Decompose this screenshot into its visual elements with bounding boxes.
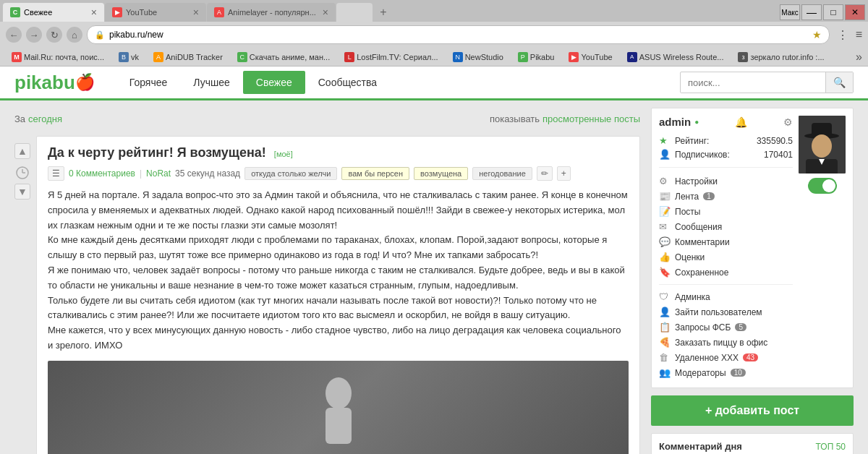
tab-favicon-youtube: ▶ — [112, 7, 122, 17]
browser-navbar: ← → ↻ ⌂ 🔒 ★ ⋮ ≡ — [0, 22, 868, 48]
add-post-button[interactable]: + добавить пост — [651, 395, 854, 426]
top50-link[interactable]: ТОП 50 — [816, 442, 846, 452]
bookmark-label-anime: Скачать аниме, ман... — [250, 53, 330, 61]
ratings-link[interactable]: 👍 Оценки — [659, 249, 793, 265]
toggle-switch[interactable] — [808, 178, 837, 194]
post-text: Я 5 дней на портале. Я задала вопрос-что… — [48, 188, 629, 354]
tab-close-animelayer[interactable]: × — [323, 7, 328, 18]
subscribers-row[interactable]: 👤 Подписчиков: 170401 — [659, 147, 793, 161]
edit-post-button[interactable]: ✏ — [537, 166, 553, 181]
upvote-button[interactable]: ▲ — [14, 143, 30, 159]
search-button[interactable]: 🔍 — [825, 72, 853, 93]
tab-fresh[interactable]: С Свежее × — [3, 3, 104, 22]
tab-title-youtube: YouTube — [126, 8, 187, 17]
comments-link[interactable]: 💬 Комментарии — [659, 234, 793, 249]
restore-button[interactable]: □ — [823, 4, 843, 20]
tag-1[interactable]: вам бы персен — [341, 167, 409, 180]
new-tab-button[interactable]: + — [373, 3, 393, 22]
fsb-requests-link[interactable]: 📋 Запросы ФСБ 5 — [659, 320, 793, 335]
tab-animelayer[interactable]: A Animelayer - популярн... × — [207, 3, 336, 22]
comments-link[interactable]: 0 Комментариев — [69, 168, 135, 179]
post-meta: ☰ 0 Комментариев | NoRat 35 секунд назад… — [48, 166, 629, 181]
nav-best[interactable]: Лучшее — [180, 71, 242, 94]
bookmark-vk[interactable]: B vk — [113, 51, 145, 64]
bookmark-star-icon[interactable]: ★ — [812, 29, 822, 40]
posts-link[interactable]: 📝 Посты — [659, 204, 793, 219]
reload-button[interactable]: ↻ — [46, 27, 62, 43]
bookmark-asus[interactable]: A ASUS Wireless Route... — [621, 51, 730, 64]
post-flag-button[interactable]: ☰ — [48, 166, 64, 181]
bookmark-newstudio[interactable]: N NewStudio — [447, 51, 509, 64]
maximize-button[interactable]: Макс — [780, 4, 800, 20]
bookmark-pikabu[interactable]: P Pikabu — [512, 51, 561, 64]
settings-icon[interactable]: ⚙ — [783, 116, 793, 128]
rating-row[interactable]: ★ Рейтинг: 335590.5 — [659, 134, 793, 147]
settings-link[interactable]: ⚙ Настройки — [659, 174, 793, 189]
home-button[interactable]: ⌂ — [67, 27, 82, 43]
nav-hot[interactable]: Горячее — [116, 71, 181, 94]
address-input[interactable] — [109, 30, 808, 40]
address-bar[interactable]: 🔒 ★ — [87, 25, 830, 44]
bookmarks-more-button[interactable]: » — [856, 51, 862, 64]
login-as-user-label: Зайти пользователем — [675, 307, 762, 317]
tab-close-fresh[interactable]: × — [91, 7, 97, 18]
bookmark-label-pikabu: Pikabu — [530, 53, 555, 61]
add-tag-button[interactable]: + — [557, 166, 571, 181]
tab-empty[interactable] — [336, 3, 373, 22]
post-mine-badge[interactable]: [моё] — [274, 150, 293, 158]
logo-text: pikabu — [14, 72, 75, 94]
forward-button[interactable]: → — [26, 27, 42, 43]
tab-title-animelayer: Animelayer - популярн... — [228, 8, 316, 17]
tag-3[interactable]: негодование — [472, 167, 532, 180]
messages-link-label: Сообщения — [675, 222, 722, 232]
saved-link[interactable]: 🔖 Сохраненное — [659, 265, 793, 280]
bookmark-icon-anidub: A — [153, 52, 163, 62]
bookmark-label-youtube: YouTube — [581, 53, 612, 61]
menu-icon[interactable]: ≡ — [856, 28, 862, 41]
deleted-link[interactable]: 🗑 Удаленное ХХХ 43 — [659, 350, 793, 365]
downvote-button[interactable]: ▼ — [14, 184, 30, 200]
tag-2[interactable]: возмущена — [414, 167, 468, 180]
bookmark-anime[interactable]: С Скачать аниме, ман... — [231, 51, 336, 64]
online-indicator: ● — [694, 118, 699, 126]
clock-icon — [16, 166, 29, 179]
post-image-content — [48, 361, 629, 454]
back-button[interactable]: ← — [6, 27, 22, 43]
moderators-link[interactable]: 👥 Модераторы 10 — [659, 365, 793, 380]
bookmark-mailru[interactable]: M Mail.Ru: почта, поис... — [6, 51, 110, 64]
bookmark-lostfilm[interactable]: L LostFilm.TV: Сериал... — [339, 51, 443, 64]
bookmark-icon-asus: A — [627, 52, 637, 62]
messages-link[interactable]: ✉ Сообщения — [659, 219, 793, 234]
period-prefix: За — [14, 113, 25, 124]
close-button[interactable]: ✕ — [845, 4, 865, 20]
feed-link[interactable]: 📰 Лента 1 — [659, 189, 793, 204]
nav-fresh[interactable]: Свежее — [243, 71, 305, 94]
bell-icon[interactable]: 🔔 — [735, 116, 747, 128]
minimize-button[interactable]: — — [801, 4, 822, 20]
saved-link-icon: 🔖 — [659, 267, 671, 278]
search-input[interactable] — [681, 73, 825, 93]
nav-communities[interactable]: Сообщества — [305, 71, 390, 94]
adminка-link[interactable]: 🛡 Админка — [659, 289, 793, 304]
tab-close-youtube[interactable]: × — [193, 7, 199, 18]
period-link[interactable]: сегодня — [28, 113, 62, 124]
sidebar-nav-links: ⚙ Настройки 📰 Лента 1 📝 Посты — [659, 167, 793, 280]
login-as-user-link[interactable]: 👤 Зайти пользователем — [659, 304, 793, 320]
messages-link-icon: ✉ — [659, 221, 671, 232]
site-logo[interactable]: pikabu 🍎 — [14, 72, 95, 94]
user-avatar — [799, 116, 846, 174]
user-header: admin ● 🔔 ⚙ — [659, 116, 793, 128]
bookmark-youtube[interactable]: ▶ YouTube — [563, 51, 618, 64]
tab-youtube[interactable]: ▶ YouTube × — [105, 3, 206, 22]
pizza-link[interactable]: 🍕 Заказать пиццу в офис — [659, 335, 793, 350]
bookmark-anidub[interactable]: A AniDUB Tracker — [148, 51, 229, 64]
show-viewed-link[interactable]: просмотренные посты — [542, 113, 640, 124]
author-link[interactable]: NoRat — [146, 168, 171, 179]
extensions-icon[interactable]: ⋮ — [837, 28, 848, 42]
bookmark-rutor[interactable]: з зеркало rutor.info :... — [732, 51, 830, 64]
post-title[interactable]: Да к черту рейтинг! Я возмущена! [моё] — [48, 145, 629, 160]
bookmark-label-asus: ASUS Wireless Route... — [639, 53, 724, 61]
show-label: показывать — [490, 113, 540, 124]
feed-badge: 1 — [703, 192, 715, 200]
tag-0[interactable]: откуда столько желчи — [244, 167, 337, 180]
